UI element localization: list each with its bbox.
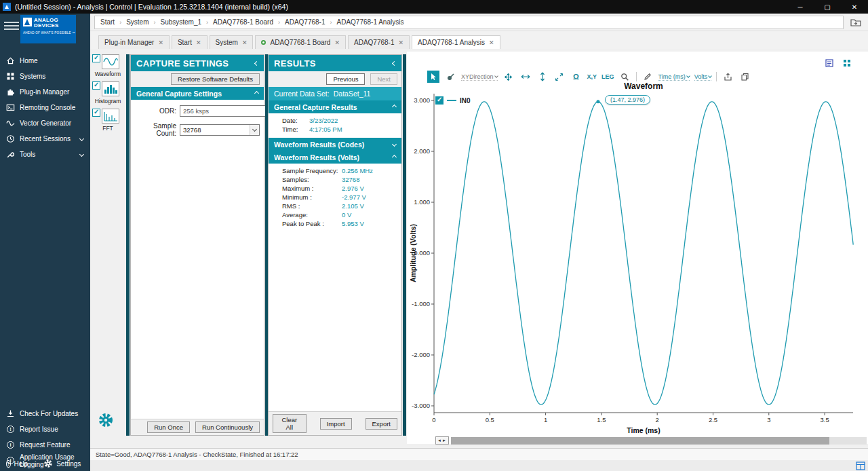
chevron-down-icon bbox=[686, 74, 690, 78]
sidebar-item-tools[interactable]: Tools bbox=[0, 147, 90, 162]
scrollbar-track[interactable] bbox=[451, 437, 867, 445]
export-chart-icon[interactable] bbox=[722, 71, 734, 83]
collapse-panel-icon[interactable] bbox=[392, 60, 397, 65]
annotate-ink-icon[interactable] bbox=[444, 71, 456, 83]
tab-close-icon[interactable]: ✕ bbox=[242, 39, 248, 46]
tab-system[interactable]: System✕ bbox=[210, 35, 254, 49]
capture-settings-header: CAPTURE SETTINGS bbox=[131, 55, 264, 71]
run-continuously-button[interactable]: Run Continuously bbox=[195, 421, 260, 433]
result-row: Minimum :-2.977 V bbox=[269, 193, 401, 202]
general-capture-settings-header[interactable]: General Capture Settings bbox=[131, 87, 264, 100]
fit-to-view-icon[interactable] bbox=[553, 71, 566, 83]
copy-chart-icon[interactable] bbox=[738, 71, 751, 83]
tab-close-icon[interactable]: ✕ bbox=[334, 39, 340, 46]
tool-waveform[interactable]: Waveform bbox=[90, 54, 125, 77]
breadcrumb-item-subsystem[interactable]: Subsystem_1 bbox=[160, 18, 201, 26]
waveform-results-codes-header[interactable]: Waveform Results (Codes) bbox=[269, 138, 401, 151]
tab-close-icon[interactable]: ✕ bbox=[158, 39, 163, 46]
tab-plugin-manager[interactable]: Plug-in Manager✕ bbox=[98, 35, 170, 49]
svg-text:-1.000: -1.000 bbox=[412, 300, 430, 307]
xy-direction-dropdown[interactable]: XYDirection bbox=[461, 73, 498, 81]
sidebar-item-remoting-console[interactable]: Remoting Console bbox=[0, 100, 90, 115]
grid-view-icon[interactable] bbox=[841, 57, 853, 69]
result-row: Average:0 V bbox=[269, 210, 401, 219]
tab-board[interactable]: ADAQ7768-1 Board✕ bbox=[255, 35, 346, 49]
pan-tool-icon[interactable] bbox=[502, 71, 515, 83]
next-button[interactable]: Next bbox=[370, 73, 397, 85]
minimize-button[interactable]: ─ bbox=[787, 0, 814, 14]
collapse-panel-icon[interactable] bbox=[254, 60, 259, 65]
zoom-box-icon[interactable]: Ω bbox=[570, 71, 583, 83]
breadcrumb-item-system[interactable]: System bbox=[126, 18, 149, 26]
sidebar-item-report-issue[interactable]: ! Report Issue bbox=[0, 421, 90, 437]
scrollbar-thumb[interactable] bbox=[451, 437, 829, 445]
title-bar: (Untitled Session) - Analysis | Control … bbox=[0, 0, 868, 14]
sidebar-item-plugin-manager[interactable]: Plug-in Manager bbox=[0, 84, 90, 100]
magnifier-icon[interactable] bbox=[619, 71, 631, 83]
waveform-plot[interactable]: 3.0002.0001.0000.000-1.000-2.000-3.00000… bbox=[407, 83, 868, 436]
histogram-checkbox[interactable] bbox=[92, 81, 100, 90]
sidebar-item-check-for-updates[interactable]: Check For Updates bbox=[0, 406, 90, 421]
sidebar-item-request-feature[interactable]: i Request Feature bbox=[0, 437, 90, 453]
x-unit-dropdown[interactable]: Time (ms) bbox=[658, 73, 690, 81]
xy-readout-toggle[interactable]: X,Y bbox=[587, 73, 597, 80]
waveform-checkbox[interactable] bbox=[92, 54, 100, 62]
tool-fft[interactable]: FFT bbox=[90, 109, 125, 132]
sidebar-item-settings[interactable]: Settings bbox=[37, 459, 81, 468]
export-button[interactable]: Export bbox=[366, 418, 397, 430]
y-unit-dropdown[interactable]: Volts bbox=[694, 73, 712, 81]
maximize-button[interactable]: ▢ bbox=[814, 0, 841, 14]
layout-grip-icon[interactable] bbox=[856, 461, 865, 470]
pencil-icon[interactable] bbox=[642, 71, 654, 83]
run-once-button[interactable]: Run Once bbox=[147, 421, 190, 433]
pointer-tool-button[interactable] bbox=[427, 71, 439, 83]
sidebar-item-home[interactable]: Home bbox=[0, 53, 90, 69]
horizontal-zoom-icon[interactable] bbox=[519, 71, 532, 83]
tab-chip[interactable]: ADAQ7768-1✕ bbox=[348, 35, 410, 49]
odr-label: ODR: bbox=[135, 107, 180, 115]
breadcrumb-item-board[interactable]: ADAQ7768-1 Board bbox=[213, 18, 273, 26]
panel-splitter[interactable] bbox=[126, 54, 130, 436]
tab-close-icon[interactable]: ✕ bbox=[398, 39, 403, 46]
toolbar-divider bbox=[716, 72, 717, 81]
panel-splitter[interactable] bbox=[403, 54, 406, 436]
tool-histogram[interactable]: Histogram bbox=[90, 81, 125, 105]
chart-toolbar: XYDirection Ω X,Y LEG Time (ms) Volts bbox=[427, 69, 751, 84]
import-button[interactable]: Import bbox=[320, 418, 352, 430]
tab-close-icon[interactable]: ✕ bbox=[489, 39, 494, 46]
dataset-nav: Previous Next bbox=[269, 71, 401, 87]
sidebar-item-help[interactable]: ? Help bbox=[0, 459, 28, 468]
general-capture-results: Date:3/23/2022 Time:4:17:05 PM bbox=[269, 113, 401, 138]
status-text: State=Good, ADAQ7768-1 Analysis - CheckS… bbox=[96, 451, 298, 458]
tab-analysis[interactable]: ADAQ7768-1 Analysis✕ bbox=[412, 35, 500, 49]
tool-settings-gear-icon[interactable] bbox=[97, 411, 115, 429]
sidebar-item-systems[interactable]: Systems bbox=[0, 69, 90, 84]
legend-toggle[interactable]: LEG bbox=[601, 73, 614, 80]
hamburger-menu-icon[interactable] bbox=[4, 19, 19, 33]
tab-close-icon[interactable]: ✕ bbox=[196, 39, 201, 46]
sidebar-item-recent-sessions[interactable]: Recent Sessions bbox=[0, 131, 90, 147]
sidebar-item-vector-generator[interactable]: Vector Generator bbox=[0, 115, 90, 131]
clear-all-button[interactable]: Clear All bbox=[273, 414, 307, 433]
waveform-tool-icon bbox=[102, 54, 119, 69]
sample-count-label: Sample Count: bbox=[135, 122, 180, 137]
series-visibility-checkbox[interactable] bbox=[435, 96, 443, 105]
odr-input[interactable] bbox=[180, 105, 276, 117]
breadcrumb-item-analysis[interactable]: ADAQ7768-1 Analysis bbox=[337, 18, 404, 26]
restore-defaults-button[interactable]: Restore Software Defaults bbox=[171, 73, 260, 85]
waveform-results-volts-header[interactable]: Waveform Results (Volts) bbox=[269, 151, 401, 164]
previous-button[interactable]: Previous bbox=[326, 73, 365, 85]
fft-checkbox[interactable] bbox=[92, 109, 100, 117]
breadcrumb-item-chip[interactable]: ADAQ7768-1 bbox=[285, 18, 325, 26]
vertical-zoom-icon[interactable] bbox=[536, 71, 549, 83]
results-panel: RESULTS Previous Next Current Data Set: … bbox=[268, 54, 402, 436]
breadcrumb-item-start[interactable]: Start bbox=[100, 18, 115, 26]
report-view-icon[interactable] bbox=[823, 57, 835, 69]
session-bookmark-icon[interactable] bbox=[848, 16, 864, 29]
general-capture-results-header[interactable]: General Capture Results bbox=[269, 100, 401, 113]
svg-text:2.5: 2.5 bbox=[709, 416, 717, 423]
tab-start[interactable]: Start✕ bbox=[172, 35, 208, 49]
close-button[interactable]: ✕ bbox=[841, 0, 868, 14]
scroll-arrows-button[interactable]: ◄► bbox=[435, 436, 449, 445]
sample-count-dropdown[interactable]: 32768 bbox=[180, 124, 260, 136]
